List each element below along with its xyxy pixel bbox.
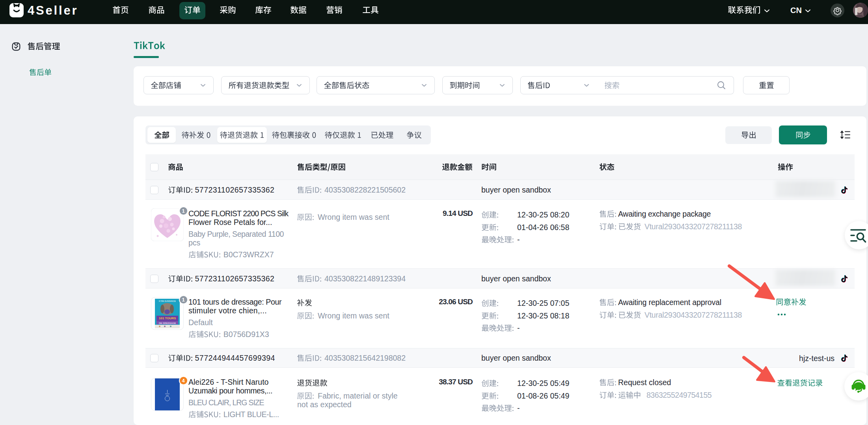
svg-text:101 TOURS: 101 TOURS	[159, 316, 176, 320]
svg-text:DE DRESSAGE: DE DRESSAGE	[159, 322, 176, 324]
svg-text:KYRA SUNDANCE: KYRA SUNDANCE	[159, 300, 176, 302]
